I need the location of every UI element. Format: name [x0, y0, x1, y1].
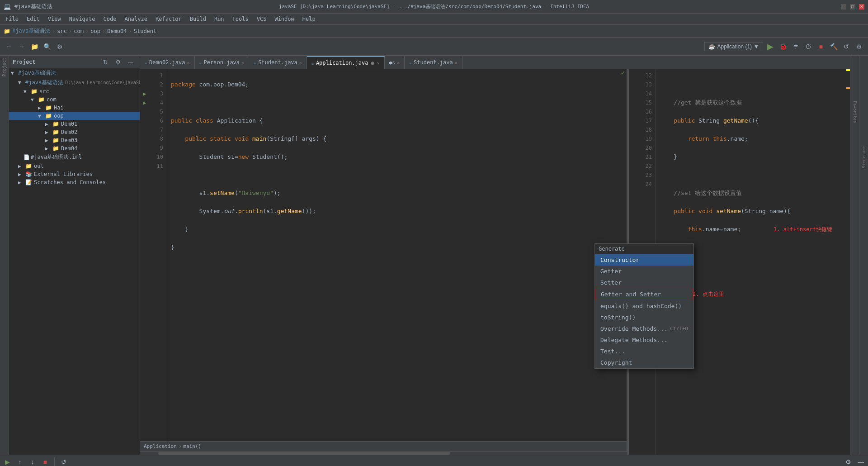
menu-help[interactable]: Help: [299, 15, 319, 23]
run-up-btn[interactable]: ↑: [14, 456, 25, 466]
menu-view[interactable]: View: [44, 15, 65, 23]
toolbar-settings-button[interactable]: ⚙: [54, 41, 65, 52]
debug-button[interactable]: 🐞: [778, 41, 788, 52]
tree-iml[interactable]: 📄 #java基础语法.iml: [9, 152, 140, 162]
tree-dem04[interactable]: ▶ 📁 Dem04: [9, 144, 140, 152]
tab-person[interactable]: ☕ Person.java ✕: [195, 56, 250, 69]
tree-out[interactable]: ▶ 📁 out: [9, 162, 140, 170]
menu-file[interactable]: File: [2, 15, 22, 23]
tools-button2[interactable]: ⚙: [854, 41, 864, 52]
tree-dem01[interactable]: ▶ 📁 Dem01: [9, 120, 140, 128]
gutter-3[interactable]: ▶: [140, 89, 149, 98]
editor-left-scrollbar[interactable]: [140, 451, 627, 455]
favorites-label[interactable]: Favorites: [853, 101, 857, 123]
breadcrumb-part1[interactable]: #java基础语法: [12, 27, 50, 35]
tree-src-icon: 📁: [31, 88, 38, 95]
run-settings-btn[interactable]: ⚙: [843, 456, 854, 466]
run-config-button[interactable]: ☕ Application (1) ▼: [704, 42, 763, 51]
tab-person-close[interactable]: ✕: [241, 60, 244, 65]
toolbar-back-button[interactable]: ←: [4, 41, 14, 52]
menu-navigate[interactable]: Navigate: [66, 15, 99, 23]
sync-button[interactable]: ↺: [841, 41, 852, 52]
run-stop-btn[interactable]: ■: [40, 456, 51, 466]
breadcrumb-part3[interactable]: com: [74, 28, 84, 34]
toolbar-forward-button[interactable]: →: [16, 41, 27, 52]
ctx-getter[interactable]: Getter: [595, 266, 693, 277]
tab-student1-close[interactable]: ✕: [299, 60, 302, 65]
menu-edit[interactable]: Edit: [23, 15, 43, 23]
breadcrumb-app[interactable]: Application: [144, 443, 177, 449]
tab-ms-close[interactable]: ✕: [397, 60, 400, 65]
tree-dem02[interactable]: ▶ 📁 Dem02: [9, 128, 140, 136]
menu-window[interactable]: Window: [271, 15, 297, 23]
stop-button[interactable]: ■: [816, 41, 826, 52]
project-settings-btn[interactable]: ⚙: [113, 57, 123, 67]
menu-code[interactable]: Code: [100, 15, 120, 23]
tree-hai[interactable]: ▶ 📁 Hai: [9, 104, 140, 112]
project-icon[interactable]: Project: [2, 57, 7, 76]
minimize-button[interactable]: –: [841, 4, 846, 10]
tab-demo02-close[interactable]: ✕: [187, 60, 190, 65]
ctx-getter-setter[interactable]: Getter and Setter 2. 点击这里: [595, 288, 693, 300]
ctx-test[interactable]: Test...: [595, 346, 693, 357]
menu-run[interactable]: Run: [211, 15, 228, 23]
tree-oop[interactable]: ▼ 📁 oop: [9, 112, 140, 120]
menu-vcs[interactable]: VCS: [253, 15, 270, 23]
structure-label[interactable]: Structure: [862, 146, 866, 168]
toolbar-search-button[interactable]: 🔍: [42, 41, 52, 52]
tab-demo02[interactable]: ☕ Demo02.java ✕: [140, 56, 195, 69]
tab-student2-close[interactable]: ✕: [455, 60, 458, 65]
run-close-btn[interactable]: —: [855, 456, 866, 466]
breadcrumb-part2[interactable]: src: [57, 28, 67, 34]
code-editor-left[interactable]: package com.oop.Dem04; public class Appl…: [167, 69, 627, 441]
make-button[interactable]: 🔨: [828, 41, 839, 52]
maximize-button[interactable]: □: [850, 4, 855, 10]
tree-src[interactable]: ▼ 📁 src: [9, 87, 140, 95]
menu-analyze[interactable]: Analyze: [121, 15, 151, 23]
gutter-r20: [629, 143, 638, 152]
tab-application-close[interactable]: ✕: [377, 61, 380, 66]
tree-project-item[interactable]: ▼ #java基础语法 D:\java-Learning\Code\javaSE…: [9, 78, 140, 87]
tree-external-libs[interactable]: ▶ 📚 External Libraries: [9, 170, 140, 178]
tree-scratches[interactable]: ▶ 📝 Scratches and Consoles: [9, 178, 140, 186]
breadcrumb-part5[interactable]: Demo04: [107, 28, 127, 34]
breadcrumb-method[interactable]: main(): [183, 443, 201, 449]
run-button[interactable]: ▶: [765, 41, 776, 52]
tab-student2[interactable]: ☕ Student.java ✕: [405, 56, 462, 69]
project-close-btn[interactable]: —: [125, 57, 136, 67]
tree-scratch-icon: 📝: [25, 179, 32, 185]
gutter-r24: [629, 180, 638, 189]
breadcrumb-part4[interactable]: oop: [90, 28, 100, 34]
breadcrumb-bar: 📁 #java基础语法 › src › com › oop › Demo04 ›…: [0, 25, 868, 38]
run-down-btn[interactable]: ↓: [27, 456, 38, 466]
close-button[interactable]: ✕: [859, 4, 864, 10]
menu-refactor[interactable]: Refactor: [152, 15, 185, 23]
tree-root[interactable]: ▼ #java基础语法: [9, 68, 140, 78]
run-play-btn[interactable]: ▶: [2, 456, 13, 466]
ctx-constructor[interactable]: Constructor: [595, 254, 693, 266]
window-controls[interactable]: – □ ✕: [841, 4, 864, 10]
menu-tools[interactable]: Tools: [229, 15, 252, 23]
run-config-icon: ☕: [708, 43, 715, 50]
ctx-copyright[interactable]: Copyright: [595, 357, 693, 368]
tree-com[interactable]: ▼ 📁 com: [9, 95, 140, 104]
tab-ms[interactable]: ●s ✕: [385, 56, 405, 69]
tab-student1[interactable]: ☕ Student.java ✕: [249, 56, 307, 69]
profile-button[interactable]: ⏱: [803, 41, 814, 52]
tab-application-edited: ●: [371, 60, 374, 66]
menu-build[interactable]: Build: [186, 15, 210, 23]
tab-application[interactable]: ☕ Application.java ● ✕: [307, 56, 385, 69]
gutter-4[interactable]: ▶: [140, 98, 149, 107]
ctx-equals-hashcode[interactable]: equals() and hashCode(): [595, 300, 693, 312]
ctx-override-methods[interactable]: Override Methods... Ctrl+O: [595, 323, 693, 334]
project-sync-btn[interactable]: ⇅: [100, 57, 111, 67]
coverage-button[interactable]: ☂: [790, 41, 801, 52]
ctx-tostring[interactable]: toString(): [595, 312, 693, 323]
toolbar-project-button[interactable]: 📁: [29, 41, 40, 52]
tree-dem03[interactable]: ▶ 📁 Dem03: [9, 136, 140, 144]
breadcrumb-part6[interactable]: Student: [134, 28, 157, 34]
ctx-delegate-methods[interactable]: Delegate Methods...: [595, 334, 693, 346]
run-rerun-btn[interactable]: ↺: [58, 456, 69, 466]
ctx-setter[interactable]: Setter: [595, 277, 693, 288]
editor-status-indicator: ✓: [621, 69, 625, 76]
